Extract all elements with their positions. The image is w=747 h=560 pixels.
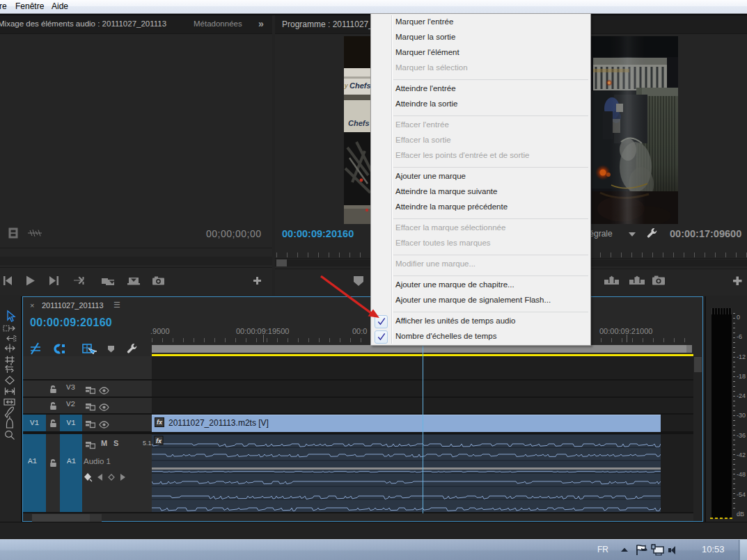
svg-text:Chefs: Chefs	[348, 119, 370, 127]
svg-text:fx: fx	[156, 438, 162, 445]
svg-text:Chefs: Chefs	[349, 81, 371, 90]
svg-text:y: y	[344, 82, 348, 89]
